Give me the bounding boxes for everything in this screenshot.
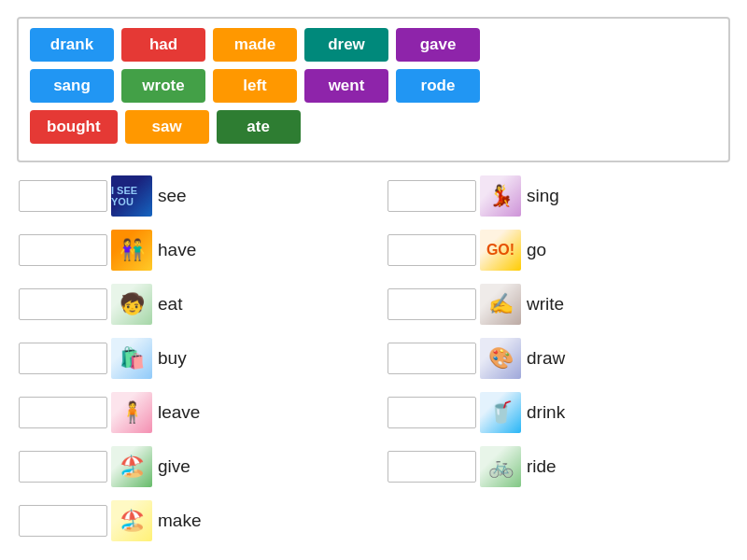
exercise-row-draw: 🎨draw (388, 334, 728, 383)
verb-label-go: go (527, 240, 546, 260)
picture-drink: 🥤 (480, 392, 521, 433)
answer-input-leave[interactable] (19, 397, 107, 428)
verb-label-drink: drink (527, 402, 565, 423)
verb-label-leave: leave (158, 402, 200, 423)
picture-see: I SEE YOU (111, 175, 152, 217)
exercise-row-eat: 🧒eat (19, 280, 359, 329)
answer-input-go[interactable] (388, 234, 476, 266)
picture-ride: 🚲 (480, 446, 521, 487)
exercise-row-go: GO!go (388, 226, 728, 274)
verb-label-see: see (158, 186, 187, 206)
exercise-row-see: I SEE YOUsee (19, 172, 359, 220)
word-chip-went[interactable]: went (304, 69, 388, 103)
verb-label-sing: sing (527, 186, 559, 206)
verb-label-have: have (158, 240, 196, 260)
answer-input-see[interactable] (19, 180, 107, 212)
answer-input-write[interactable] (388, 288, 476, 320)
picture-go: GO! (480, 230, 521, 271)
verb-label-give: give (158, 456, 190, 477)
word-chip-had[interactable]: had (121, 28, 205, 62)
exercise-row-write: ✍️write (388, 280, 728, 329)
word-chip-wrote[interactable]: wrote (121, 69, 205, 103)
picture-make: 🏖️ (111, 500, 152, 541)
word-chip-drank[interactable]: drank (30, 28, 114, 62)
word-chip-ate[interactable]: ate (217, 110, 301, 144)
answer-input-draw[interactable] (388, 343, 476, 374)
answer-input-sing[interactable] (388, 180, 476, 212)
exercise-row-have: 👫have (19, 226, 359, 274)
answer-input-have[interactable] (19, 234, 107, 266)
word-chip-made[interactable]: made (213, 28, 297, 62)
picture-draw: 🎨 (480, 338, 521, 379)
exercise-row-ride: 🚲ride (388, 442, 728, 491)
answer-input-drink[interactable] (388, 397, 476, 428)
picture-have: 👫 (111, 230, 152, 271)
word-chip-saw[interactable]: saw (125, 110, 209, 144)
answer-input-make[interactable] (19, 505, 107, 537)
word-bank: drankhadmadedrewgavesangwroteleftwentrod… (17, 17, 730, 162)
verb-label-draw: draw (527, 348, 565, 369)
picture-buy: 🛍️ (111, 338, 152, 379)
picture-eat: 🧒 (111, 284, 152, 325)
answer-input-ride[interactable] (388, 451, 476, 483)
word-chip-bought[interactable]: bought (30, 110, 118, 144)
word-chip-sang[interactable]: sang (30, 69, 114, 103)
answer-input-eat[interactable] (19, 288, 107, 320)
picture-give: 🏖️ (111, 446, 152, 487)
answer-input-give[interactable] (19, 451, 107, 483)
exercise-row-buy: 🛍️buy (19, 334, 359, 383)
word-chip-left[interactable]: left (213, 69, 297, 103)
exercise-row-give: 🏖️give (19, 442, 359, 491)
verb-label-make: make (158, 511, 201, 531)
word-chip-gave[interactable]: gave (396, 28, 480, 62)
word-bank-row: boughtsawate (30, 110, 717, 144)
exercise-row-make: 🏖️make (19, 497, 359, 545)
word-chip-drew[interactable]: drew (304, 28, 388, 62)
word-bank-row: sangwroteleftwentrode (30, 69, 717, 103)
exercise-row-sing: 💃sing (388, 172, 728, 220)
picture-write: ✍️ (480, 284, 521, 325)
word-chip-rode[interactable]: rode (396, 69, 480, 103)
verb-label-buy: buy (158, 348, 187, 369)
answer-input-buy[interactable] (19, 343, 107, 374)
verb-label-write: write (527, 294, 564, 315)
verb-label-ride: ride (527, 456, 557, 477)
exercise-row-leave: 🧍leave (19, 388, 359, 437)
word-bank-row: drankhadmadedrewgave (30, 28, 717, 62)
verb-label-eat: eat (158, 294, 182, 315)
picture-leave: 🧍 (111, 392, 152, 433)
exercise-row-drink: 🥤drink (388, 388, 728, 437)
picture-sing: 💃 (480, 175, 521, 217)
